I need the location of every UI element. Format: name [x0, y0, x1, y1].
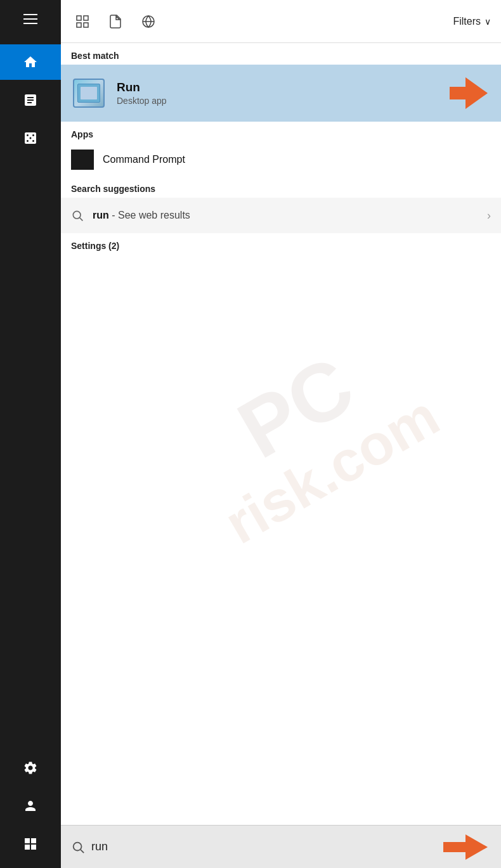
toolbar: Filters ∨ — [61, 0, 501, 43]
suggestion-text: run - See web results — [93, 210, 487, 221]
chevron-right-icon: › — [487, 209, 491, 222]
user-icon — [23, 798, 38, 814]
home-icon — [23, 54, 38, 70]
grid-icon-btn[interactable] — [71, 10, 94, 33]
svg-point-2 — [73, 211, 81, 219]
sidebar-item-settings[interactable] — [0, 750, 61, 786]
svg-line-5 — [81, 850, 84, 853]
filters-chevron: ∨ — [485, 16, 491, 27]
search-input[interactable] — [91, 840, 434, 853]
filters-label: Filters — [453, 16, 481, 27]
search-suggestions-label: Search suggestions — [61, 176, 501, 198]
run-app-icon — [71, 77, 107, 110]
svg-line-3 — [80, 218, 83, 221]
sidebar-item-home[interactable] — [0, 44, 61, 80]
best-match-section-label: Best match — [61, 43, 501, 65]
sidebar — [0, 0, 61, 868]
search-icon-suggestion — [71, 209, 84, 222]
sidebar-bottom — [0, 750, 61, 862]
sidebar-item-pictures[interactable] — [0, 120, 61, 156]
search-bar — [61, 825, 501, 868]
svg-marker-6 — [443, 834, 488, 860]
sidebar-item-user[interactable] — [0, 788, 61, 824]
command-prompt-icon — [71, 150, 94, 170]
grid-icon — [75, 14, 90, 29]
best-match-subtitle: Desktop app — [117, 96, 440, 106]
svg-point-4 — [74, 842, 82, 850]
main-panel: PC risk.com Filters ∨ Be — [61, 0, 501, 868]
suggestion-item-run[interactable]: run - See web results › — [61, 198, 501, 233]
best-match-text: Run Desktop app — [117, 80, 440, 106]
suggestion-query: run — [93, 210, 109, 220]
settings-icon — [23, 760, 38, 775]
svg-marker-1 — [450, 77, 488, 109]
document-icon-btn[interactable] — [104, 10, 127, 33]
best-match-title: Run — [117, 80, 440, 94]
sidebar-nav — [0, 44, 61, 750]
suggestion-suffix: - See web results — [109, 210, 190, 220]
app-item-command-prompt[interactable]: Command Prompt — [61, 143, 501, 176]
globe-icon-btn[interactable] — [137, 10, 160, 33]
search-bar-icon — [71, 840, 85, 854]
app-name-command-prompt: Command Prompt — [103, 154, 185, 165]
apps-section-label: Apps — [61, 122, 501, 143]
hamburger-menu[interactable] — [18, 6, 43, 32]
filters-button[interactable]: Filters ∨ — [453, 16, 491, 27]
sidebar-item-start[interactable] — [0, 826, 61, 862]
settings-section-label: Settings (2) — [61, 233, 501, 255]
document-icon — [108, 14, 123, 29]
calculator-icon — [23, 131, 38, 146]
orange-arrow-large — [446, 71, 491, 115]
documents-icon — [23, 93, 38, 108]
best-match-item-run[interactable]: Run Desktop app — [61, 65, 501, 122]
globe-icon — [141, 14, 156, 29]
sidebar-item-documents[interactable] — [0, 82, 61, 118]
results-area: Best match Run Desktop app Apps C — [61, 43, 501, 825]
orange-arrow-search — [440, 831, 491, 863]
windows-icon — [23, 836, 38, 852]
